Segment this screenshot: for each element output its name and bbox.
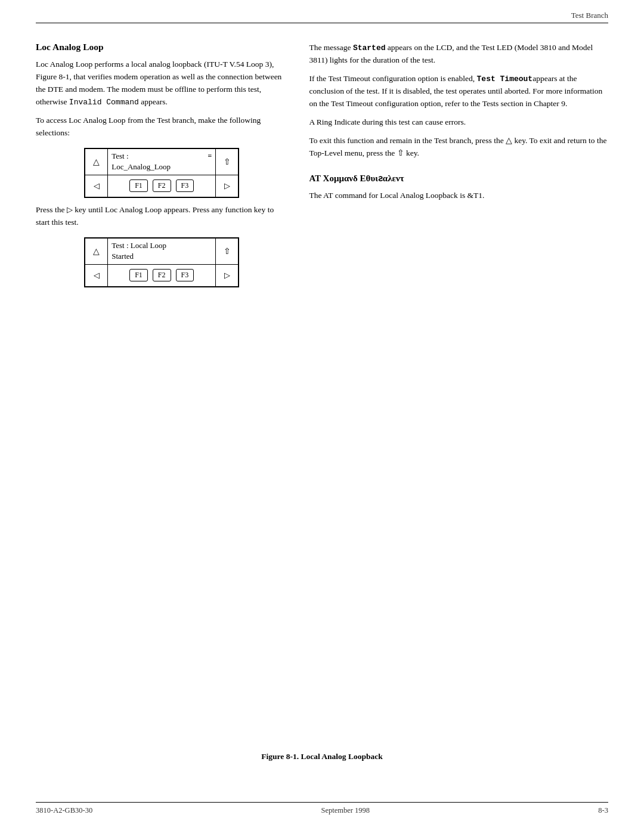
footer-center: September 1998 <box>321 806 370 815</box>
lcd2-fn-area: F1 F2 F3 <box>108 269 215 281</box>
lcd2-f3-btn[interactable]: F3 <box>176 269 194 281</box>
section-title: Loc Analog Loop <box>36 42 287 52</box>
right-para3: A Ring Indicate during this test can cau… <box>309 116 608 129</box>
top-rule <box>36 23 608 23</box>
up-arrow-icon <box>93 157 100 167</box>
lcd-display-1: Test : ≡ Loc_Analog_Loop F1 F2 F3 <box>84 148 239 198</box>
lcd1-line1: Test : ≡ <box>112 151 212 162</box>
lcd1-back-btn[interactable] <box>85 175 108 197</box>
fwd-arrow-icon-2 <box>224 271 230 280</box>
lcd2-bottom-row: F1 F2 F3 <box>85 265 238 286</box>
left-para3: Press the ▷ key until Loc Analog Loop ap… <box>36 204 287 229</box>
lcd2-fwd-btn[interactable] <box>215 265 238 286</box>
lcd2-line1: Test : Local Loop <box>112 240 212 251</box>
tri-up-icon: △ <box>506 136 512 145</box>
right-para4: To exit this function and remain in the … <box>309 135 608 160</box>
right-column: The message Started appears on the LCD, … <box>309 36 608 785</box>
left-column: Loc Analog Loop Loc Analog Loop performs… <box>36 36 287 785</box>
content-area: Loc Analog Loop Loc Analog Loop performs… <box>36 36 608 785</box>
lcd1-up-btn[interactable] <box>85 149 108 175</box>
lcd1-top-row: Test : ≡ Loc_Analog_Loop <box>85 149 238 175</box>
home-arrow-icon-2 <box>224 246 231 256</box>
lcd1-bottom-row: F1 F2 F3 <box>85 175 238 197</box>
lcd2-up-btn[interactable] <box>85 239 108 264</box>
up-arrow-icon-2 <box>93 246 100 256</box>
lcd1-icon: ≡ <box>208 151 212 162</box>
lcd1-fn-area: F1 F2 F3 <box>108 179 215 192</box>
lcd2-home-btn[interactable] <box>215 239 238 264</box>
left-para1: Loc Analog Loop performs a local analog … <box>36 58 287 109</box>
right-para1: The message Started appears on the LCD, … <box>309 42 608 67</box>
page-footer: 3810-A2-GB30-30 September 1998 8-3 <box>36 802 608 815</box>
lcd2-line2: Started <box>112 251 212 262</box>
lcd2-f2-btn[interactable]: F2 <box>153 269 171 281</box>
lcd1-line2: Loc_Analog_Loop <box>112 162 212 172</box>
lcd1-f3-btn[interactable]: F3 <box>176 179 194 192</box>
back-arrow-icon <box>94 181 100 191</box>
header-section-label: Test Branch <box>571 11 608 20</box>
lcd1-fwd-btn[interactable] <box>215 175 238 197</box>
lcd-display-2: Test : Local Loop Started F1 F2 F3 <box>84 237 239 287</box>
lcd2-text: Test : Local Loop Started <box>108 238 215 264</box>
home-arrow-icon <box>224 157 231 167</box>
footer-right: 8-3 <box>598 806 608 815</box>
back-arrow-icon-2 <box>94 271 100 280</box>
lcd1-text: Test : ≡ Loc_Analog_Loop <box>108 148 215 175</box>
right-para2: If the Test Timeout configuration option… <box>309 73 608 110</box>
figure-caption: Figure 8-1. Local Analog Loopback <box>0 752 644 761</box>
lcd1-home-btn[interactable] <box>215 149 238 175</box>
footer-left: 3810-A2-GB30-30 <box>36 806 92 815</box>
fwd-arrow-icon <box>224 181 230 191</box>
lcd2-back-btn[interactable] <box>85 265 108 286</box>
lcd1-f2-btn[interactable]: F2 <box>153 179 171 192</box>
page-header: Test Branch <box>571 11 608 20</box>
tri-home-icon: ⇧ <box>397 148 404 157</box>
lcd2-top-row: Test : Local Loop Started <box>85 239 238 265</box>
lcd2-f1-btn[interactable]: F1 <box>129 269 148 281</box>
lcd1-f1-btn[interactable]: F1 <box>129 179 148 192</box>
at-command-heading: AT Χομμανδ Εθυιƨαλεντ <box>309 173 608 184</box>
left-para2: To access Loc Analog Loop from the Test … <box>36 114 287 140</box>
at-command-para: The AT command for Local Analog Loopback… <box>309 190 608 202</box>
